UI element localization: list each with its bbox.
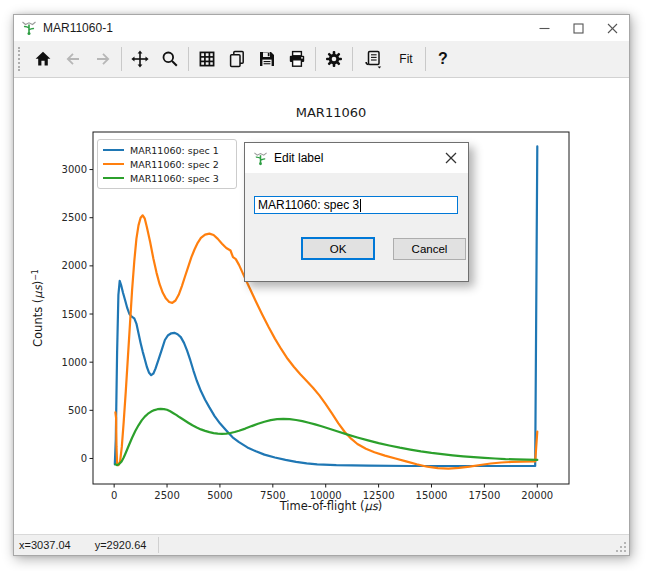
help-button[interactable]: ?: [429, 44, 457, 74]
forward-button[interactable]: [88, 44, 118, 74]
legend: MAR11060: spec 1 MAR11060: spec 2 MAR110…: [97, 139, 237, 189]
toolbar-separator: [188, 47, 189, 71]
svg-text:1500: 1500: [62, 309, 87, 320]
dialog-close-button[interactable]: [434, 143, 468, 173]
resize-grip[interactable]: [615, 541, 627, 553]
pan-button[interactable]: [125, 44, 155, 74]
plot-toolbar: Fit ?: [14, 41, 629, 78]
svg-text:2000: 2000: [62, 260, 87, 271]
zoom-button[interactable]: [155, 44, 185, 74]
cancel-button[interactable]: Cancel: [393, 238, 466, 260]
maximize-button[interactable]: [561, 15, 595, 41]
cursor-x-readout: x=3037.04: [19, 539, 71, 551]
cursor-y-readout: y=2920.64: [95, 539, 147, 551]
dialog-title: Edit label: [274, 151, 323, 165]
window-title: MAR11060-1: [43, 21, 113, 35]
svg-text:2500: 2500: [62, 212, 87, 223]
y-label-superscript: −1: [31, 269, 40, 281]
forward-icon: [94, 50, 112, 68]
figure-canvas[interactable]: 0250050007500100001250015000175002000005…: [14, 78, 629, 534]
close-icon: [607, 23, 618, 34]
svg-text:5000: 5000: [207, 490, 232, 501]
y-label-text: Counts (: [31, 299, 45, 347]
x-label-text: ): [378, 499, 383, 513]
x-label-text: Time-of-flight (: [280, 499, 365, 513]
print-icon: [288, 50, 306, 68]
svg-text:1000: 1000: [62, 357, 87, 368]
home-icon: [34, 50, 52, 68]
maximize-icon: [573, 23, 584, 34]
settings-button[interactable]: [319, 44, 349, 74]
legend-label: MAR11060: spec 2: [130, 159, 219, 170]
toolbar-separator: [315, 47, 316, 71]
spec1-line-swatch: [103, 149, 124, 152]
save-icon: [258, 50, 276, 68]
screenshot-page: MAR11060-1: [0, 0, 647, 571]
x-axis-label: Time-of-flight (μs): [280, 499, 383, 513]
statusbar-separator: [158, 537, 159, 553]
plot-window: MAR11060-1: [13, 14, 630, 556]
dialog-titlebar[interactable]: Edit label: [245, 143, 468, 173]
legend-entry-spec1[interactable]: MAR11060: spec 1: [103, 143, 230, 157]
legend-entry-spec2[interactable]: MAR11060: spec 2: [103, 157, 230, 171]
grid-icon: [198, 50, 216, 68]
label-input[interactable]: MAR11060: spec 3: [254, 196, 458, 214]
minimize-button[interactable]: [527, 15, 561, 41]
edit-label-dialog: Edit label MAR11060: spec 3 OK Cancel: [244, 142, 469, 282]
legend-entry-spec3[interactable]: MAR11060: spec 3: [103, 171, 230, 185]
text-caret: [360, 199, 361, 212]
svg-text:500: 500: [68, 405, 87, 416]
back-icon: [64, 50, 82, 68]
y-axis-label: Counts (μs)−1: [31, 269, 46, 347]
status-bar: x=3037.04 y=2920.64: [14, 534, 629, 555]
mantid-logo-icon: [253, 151, 268, 166]
x-label-unit: μs: [364, 499, 377, 513]
copy-button[interactable]: [222, 44, 252, 74]
toolbar-drag-handle[interactable]: [18, 47, 23, 71]
settings-gear-icon: [325, 50, 343, 68]
svg-text:0: 0: [81, 453, 87, 464]
spec2-line-swatch: [103, 163, 124, 166]
window-controls: [527, 15, 629, 41]
pan-icon: [131, 50, 149, 68]
generate-script-button[interactable]: [356, 44, 390, 74]
plot-title: MAR11060: [93, 105, 569, 120]
home-button[interactable]: [28, 44, 58, 74]
copy-icon: [228, 50, 246, 68]
svg-text:15000: 15000: [416, 490, 448, 501]
close-icon: [445, 152, 457, 164]
save-button[interactable]: [252, 44, 282, 74]
minimize-icon: [539, 23, 550, 34]
svg-text:3000: 3000: [62, 164, 87, 175]
svg-text:20000: 20000: [521, 490, 553, 501]
window-titlebar[interactable]: MAR11060-1: [14, 15, 629, 41]
svg-text:0: 0: [111, 490, 117, 501]
fit-button[interactable]: Fit: [390, 44, 422, 74]
y-label-unit: μs: [31, 285, 45, 298]
ok-button[interactable]: OK: [301, 237, 375, 260]
svg-text:17500: 17500: [468, 490, 500, 501]
spec3-line-swatch: [103, 177, 124, 180]
toolbar-separator: [425, 47, 426, 71]
svg-text:2500: 2500: [154, 490, 179, 501]
legend-label: MAR11060: spec 3: [130, 173, 219, 184]
mantid-logo-icon: [21, 20, 37, 36]
back-button[interactable]: [58, 44, 88, 74]
label-input-value: MAR11060: spec 3: [258, 198, 359, 212]
grid-button[interactable]: [192, 44, 222, 74]
print-button[interactable]: [282, 44, 312, 74]
legend-label: MAR11060: spec 1: [130, 145, 219, 156]
y-label-text: ): [31, 281, 45, 286]
toolbar-separator: [121, 47, 122, 71]
zoom-icon: [161, 50, 179, 68]
toolbar-separator: [352, 47, 353, 71]
generate-script-icon: [364, 50, 383, 69]
close-button[interactable]: [595, 15, 629, 41]
